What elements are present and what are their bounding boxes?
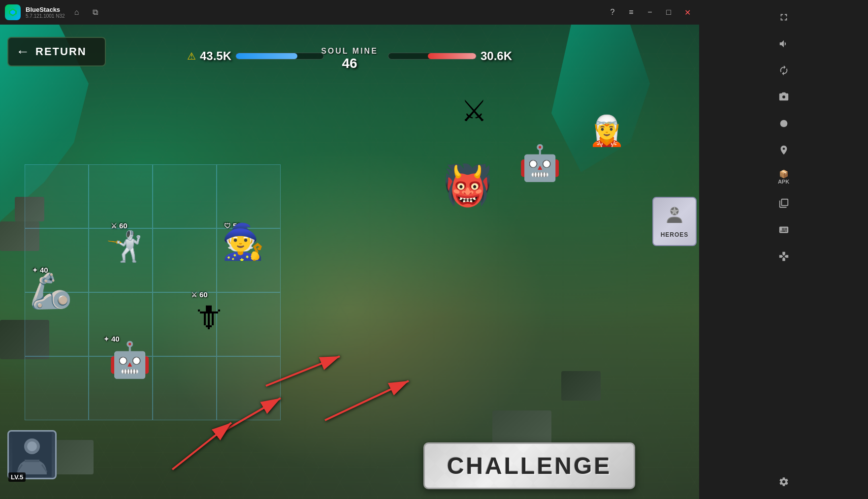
hamburger-menu[interactable]: ≡ <box>624 5 638 19</box>
return-button[interactable]: ← RETURN <box>7 37 106 66</box>
challenge-button[interactable]: CHALLENGE <box>423 442 635 489</box>
grid-cell-0-3[interactable] <box>25 356 89 420</box>
help-button[interactable]: ? <box>606 5 619 19</box>
grid-cell-3-3[interactable] <box>217 356 281 420</box>
svg-rect-14 <box>25 460 39 462</box>
heroes-label: HEROES <box>661 231 689 238</box>
game-area: ⚔ 60 🤺 🛡 59 🧙 ⚔ 60 🗡 ✦ 40 🤖 ✦ 40 🦾 👹 🤖 ⚔… <box>0 25 699 499</box>
grid-cell-1-0[interactable] <box>89 164 153 228</box>
multi-instance-button[interactable] <box>772 191 796 216</box>
grid-cell-2-1[interactable] <box>153 228 217 292</box>
enemy-red-ogre: 👹 <box>443 162 492 209</box>
enemy-fighter-right: 🧝 <box>588 113 625 148</box>
challenge-label: CHALLENGE <box>447 452 612 479</box>
minimize-button[interactable]: − <box>643 5 657 19</box>
record-button[interactable] <box>772 111 796 136</box>
svg-point-15 <box>27 441 37 451</box>
back-arrow-icon: ← <box>16 44 30 60</box>
char-portrait-image <box>9 432 55 478</box>
copy-icon[interactable]: ⧉ <box>89 5 102 19</box>
bluestacks-version: 5.7.121.1001 N32 <box>26 13 65 19</box>
keyboard-button[interactable] <box>772 218 796 242</box>
grid-cell-2-0[interactable] <box>153 164 217 228</box>
bluestacks-title: BlueStacks <box>26 6 65 13</box>
fullscreen-button[interactable] <box>772 5 796 30</box>
character-level-badge: LV.5 <box>8 472 26 482</box>
stone-block-5 <box>561 371 601 401</box>
home-icon[interactable]: ⌂ <box>70 5 84 19</box>
grid-cell-3-0[interactable] <box>217 164 281 228</box>
heroes-icon <box>665 205 684 229</box>
enemy-ninja-top: ⚔ <box>461 94 487 128</box>
char1: 🤺 <box>106 229 143 264</box>
char2: 🧙 <box>222 221 264 262</box>
char3: 🗡 <box>192 298 224 335</box>
gamepad-button[interactable] <box>772 244 796 269</box>
char5: 🦾 <box>30 271 72 311</box>
char4: 🤖 <box>108 340 151 380</box>
screenshot-button[interactable] <box>772 85 796 109</box>
grid-cell-3-2[interactable] <box>217 292 281 356</box>
grid-cell-0-0[interactable] <box>25 164 89 228</box>
char-portrait[interactable] <box>7 430 57 479</box>
apk-button[interactable]: 📦 APK <box>772 164 796 189</box>
rotate-button[interactable] <box>772 58 796 83</box>
bluestacks-right-panel: 📦 APK <box>699 0 868 499</box>
heroes-button[interactable]: HEROES <box>652 197 697 246</box>
grid-cell-2-3[interactable] <box>153 356 217 420</box>
enemy-white-mech: 🤖 <box>518 143 561 183</box>
heroes-panel: HEROES <box>652 197 697 246</box>
close-button[interactable]: ✕ <box>680 5 694 19</box>
location-button[interactable] <box>772 138 796 162</box>
svg-point-18 <box>780 120 787 127</box>
settings-button[interactable] <box>772 469 796 494</box>
bluestacks-titlebar: BlueStacks 5.7.121.1001 N32 ⌂ ⧉ ? ≡ − □ … <box>0 0 699 25</box>
maximize-button[interactable]: □ <box>662 5 675 19</box>
bluestacks-logo <box>5 4 21 20</box>
volume-button[interactable] <box>772 31 796 56</box>
return-label: RETURN <box>35 45 87 58</box>
